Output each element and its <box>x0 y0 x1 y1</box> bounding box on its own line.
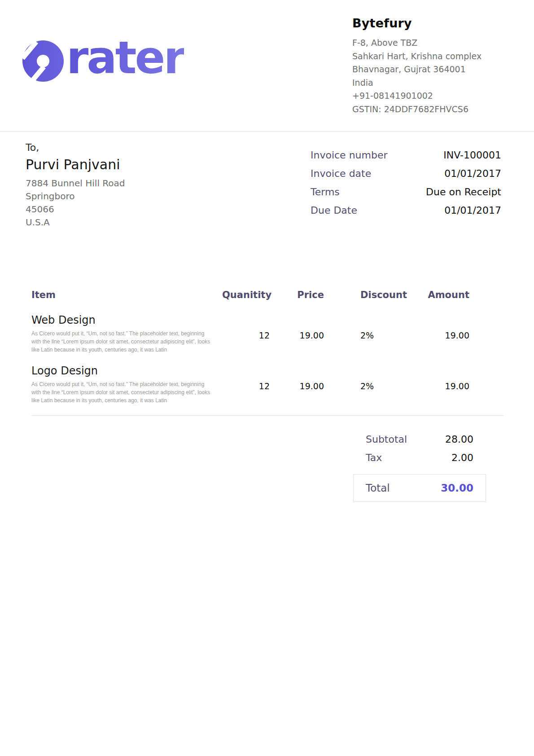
column-header-quantity: Quanitity <box>222 290 270 300</box>
company-address-line: India <box>352 76 481 90</box>
item-quantity: 12 <box>222 314 270 340</box>
company-gstin: GSTIN: 24DDF7682FHVCS6 <box>352 103 481 116</box>
items-table-header: Item Quanitity Price Discount Amount <box>31 290 504 300</box>
bill-to-label: To, <box>26 142 125 153</box>
due-date-value: 01/01/2017 <box>444 205 501 216</box>
column-header-discount: Discount <box>324 290 404 300</box>
item-description-line: like Latin because in its youth, centuri… <box>31 346 222 354</box>
item-description-line: with the line “Lorem ipsum dolor sit ame… <box>31 388 222 396</box>
column-header-amount: Amount <box>404 290 504 300</box>
terms-label: Terms <box>311 186 340 198</box>
company-address: F-8, Above TBZ Sahkari Hart, Krishna com… <box>352 36 481 116</box>
total-box: Total 30.00 <box>353 474 486 502</box>
customer-name: Purvi Panjvani <box>26 157 125 172</box>
company-block: Bytefury F-8, Above TBZ Sahkari Hart, Kr… <box>352 16 481 116</box>
subtotal-label: Subtotal <box>366 434 407 445</box>
item-description-line: like Latin because in its youth, centuri… <box>31 396 222 404</box>
invoice-date-value: 01/01/2017 <box>444 168 501 179</box>
customer-address-line: 7884 Bunnel Hill Road <box>26 177 125 190</box>
item-description: As Cicero would put it, “Um, not so fast… <box>31 380 222 404</box>
item-amount: 19.00 <box>404 314 504 340</box>
items-divider <box>31 415 504 416</box>
item-description-line: with the line “Lorem ipsum dolor sit ame… <box>31 338 222 346</box>
customer-address-line: Springboro <box>26 190 125 203</box>
table-row: Web Design As Cicero would put it, “Um, … <box>31 314 504 354</box>
tax-label: Tax <box>366 452 382 463</box>
total-label: Total <box>366 482 390 494</box>
totals-section: Subtotal 28.00 Tax 2.00 Total 30.00 <box>353 434 486 502</box>
invoice-header: rater Bytefury F-8, Above TBZ Sahkari Ha… <box>0 0 534 132</box>
column-header-item: Item <box>31 290 222 300</box>
company-address-line: Bhavnagar, Gujrat 364001 <box>352 63 481 76</box>
company-address-line: F-8, Above TBZ <box>352 36 481 50</box>
invoice-date-row: Invoice date 01/01/2017 <box>311 168 501 179</box>
item-name: Web Design <box>31 314 222 326</box>
item-discount: 2% <box>324 314 404 340</box>
crater-c-glyph <box>22 40 65 83</box>
company-phone: +91-08141901002 <box>352 89 481 103</box>
subtotal-row: Subtotal 28.00 <box>353 434 486 445</box>
crater-logo: rater <box>22 33 184 83</box>
item-description-line: As Cicero would put it, “Um, not so fast… <box>31 330 222 338</box>
item-description-line: As Cicero would put it, “Um, not so fast… <box>31 380 222 388</box>
item-price: 19.00 <box>270 365 324 391</box>
table-row: Logo Design As Cicero would put it, “Um,… <box>31 365 504 404</box>
terms-row: Terms Due on Receipt <box>311 186 501 198</box>
crater-logo-icon <box>22 40 65 83</box>
item-discount: 2% <box>324 365 404 391</box>
crater-logo-text: rater <box>66 35 184 80</box>
invoice-number-label: Invoice number <box>311 149 388 161</box>
item-cell: Logo Design As Cicero would put it, “Um,… <box>31 365 222 404</box>
item-description: As Cicero would put it, “Um, not so fast… <box>31 330 222 354</box>
billing-section: To, Purvi Panjvani 7884 Bunnel Hill Road… <box>0 132 534 229</box>
company-name: Bytefury <box>352 16 481 30</box>
terms-value: Due on Receipt <box>426 186 501 198</box>
bill-to-block: To, Purvi Panjvani 7884 Bunnel Hill Road… <box>26 142 125 229</box>
tax-row: Tax 2.00 <box>353 452 486 463</box>
invoice-date-label: Invoice date <box>311 168 371 179</box>
invoice-meta: Invoice number INV-100001 Invoice date 0… <box>311 142 501 229</box>
item-quantity: 12 <box>222 365 270 391</box>
item-price: 19.00 <box>270 314 324 340</box>
due-date-row: Due Date 01/01/2017 <box>311 205 501 216</box>
customer-address-line: 45066 <box>26 203 125 216</box>
tax-value: 2.00 <box>451 452 473 463</box>
total-value: 30.00 <box>441 482 473 494</box>
subtotal-value: 28.00 <box>445 434 473 445</box>
items-table: Item Quanitity Price Discount Amount Web… <box>31 290 504 502</box>
due-date-label: Due Date <box>311 205 357 216</box>
invoice-number-row: Invoice number INV-100001 <box>311 149 501 161</box>
column-header-price: Price <box>270 290 324 300</box>
company-address-line: Sahkari Hart, Krishna complex <box>352 50 481 63</box>
item-cell: Web Design As Cicero would put it, “Um, … <box>31 314 222 354</box>
item-name: Logo Design <box>31 365 222 377</box>
invoice-number-value: INV-100001 <box>443 149 501 161</box>
customer-address-line: U.S.A <box>26 216 125 229</box>
item-amount: 19.00 <box>404 365 504 391</box>
